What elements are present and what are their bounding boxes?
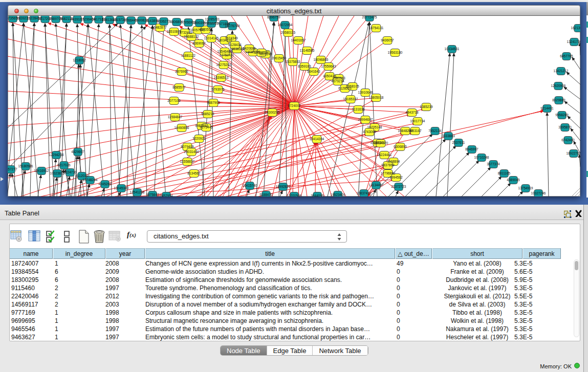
svg-text:4743069: 4743069: [363, 130, 376, 134]
svg-text:13134457: 13134457: [369, 183, 384, 187]
svg-text:6482877: 6482877: [154, 26, 167, 29]
svg-text:17751421: 17751421: [220, 53, 234, 57]
svg-text:16072954: 16072954: [278, 23, 293, 27]
svg-text:8811165: 8811165: [498, 171, 511, 175]
svg-text:14460856: 14460856: [175, 126, 189, 129]
svg-text:18992829: 18992829: [276, 185, 291, 188]
svg-text:6742460: 6742460: [561, 138, 575, 142]
svg-text:20615450: 20615450: [272, 56, 287, 60]
svg-text:16213925: 16213925: [571, 26, 580, 30]
svg-text:12541238: 12541238: [130, 190, 145, 194]
svg-text:20772475: 20772475: [362, 16, 377, 19]
svg-text:8336273: 8336273: [157, 19, 170, 23]
svg-text:13910648: 13910648: [358, 91, 373, 94]
svg-text:8369062: 8369062: [192, 41, 206, 45]
svg-text:17559643: 17559643: [321, 64, 336, 68]
svg-text:19563180: 19563180: [388, 51, 403, 54]
svg-text:6994562: 6994562: [389, 176, 403, 179]
svg-text:16415740: 16415740: [243, 184, 257, 187]
svg-text:9837869: 9837869: [381, 163, 395, 167]
svg-text:8685577: 8685577: [172, 85, 186, 89]
svg-text:19098556: 19098556: [254, 51, 269, 54]
svg-text:2537611: 2537611: [452, 141, 465, 144]
svg-text:6368105: 6368105: [346, 84, 359, 88]
svg-text:10837430: 10837430: [357, 191, 372, 195]
svg-text:4389045: 4389045: [507, 178, 520, 182]
svg-text:15165337: 15165337: [343, 97, 358, 101]
svg-text:4112034: 4112034: [76, 174, 89, 178]
svg-text:3220921: 3220921: [192, 137, 206, 140]
svg-text:9958289: 9958289: [555, 113, 569, 117]
svg-text:11558837: 11558837: [180, 160, 195, 163]
svg-text:18754131: 18754131: [369, 26, 384, 30]
svg-text:6357277: 6357277: [8, 167, 17, 171]
svg-text:3644095: 3644095: [311, 194, 324, 196]
svg-text:3131636: 3131636: [352, 107, 365, 111]
svg-text:6217026: 6217026: [57, 163, 71, 167]
svg-text:6457765: 6457765: [560, 54, 573, 58]
svg-text:6306893: 6306893: [394, 145, 407, 148]
svg-text:18034970: 18034970: [374, 141, 388, 145]
svg-text:9275445: 9275445: [200, 125, 213, 129]
svg-text:19523409: 19523409: [331, 193, 345, 196]
svg-text:10334531: 10334531: [445, 47, 460, 51]
svg-text:2876966: 2876966: [175, 70, 188, 73]
svg-text:5188470: 5188470: [259, 193, 273, 196]
svg-text:18922760: 18922760: [567, 151, 580, 155]
svg-text:3677374: 3677374: [487, 162, 500, 166]
svg-text:18096865: 18096865: [314, 58, 329, 61]
svg-text:19285201: 19285201: [205, 17, 220, 21]
svg-text:20994697: 20994697: [358, 118, 373, 121]
svg-text:1218062: 1218062: [73, 58, 86, 62]
svg-text:9436057: 9436057: [381, 38, 394, 42]
svg-text:4429607: 4429607: [71, 150, 84, 154]
svg-text:2457954: 2457954: [160, 194, 173, 196]
svg-text:8646997: 8646997: [465, 147, 478, 151]
svg-text:7452134: 7452134: [428, 129, 442, 133]
svg-text:16705148: 16705148: [367, 125, 382, 129]
svg-text:6420686: 6420686: [243, 47, 256, 50]
svg-text:13748244: 13748244: [83, 178, 98, 182]
svg-text:8134562: 8134562: [187, 171, 201, 175]
svg-text:8079409: 8079409: [181, 145, 194, 148]
svg-text:17796882: 17796882: [381, 171, 396, 175]
svg-text:3395870: 3395870: [558, 125, 572, 129]
svg-text:12416912: 12416912: [34, 169, 49, 172]
svg-text:1385239: 1385239: [420, 105, 433, 108]
svg-text:6128434: 6128434: [228, 43, 242, 47]
svg-text:15180586: 15180586: [18, 164, 33, 168]
svg-text:19688132: 19688132: [184, 35, 199, 38]
svg-text:10710248: 10710248: [474, 156, 489, 159]
svg-text:11881122: 11881122: [181, 54, 195, 57]
svg-text:14275203: 14275203: [216, 63, 231, 67]
svg-text:4570554: 4570554: [199, 28, 212, 31]
svg-text:13421212: 13421212: [554, 69, 569, 73]
svg-text:14401657: 14401657: [291, 38, 306, 42]
svg-text:7674349: 7674349: [225, 36, 238, 40]
svg-text:8359183: 8359183: [298, 64, 311, 68]
svg-text:11014145: 11014145: [204, 36, 219, 40]
svg-text:9887903: 9887903: [207, 101, 220, 104]
svg-text:13701506: 13701506: [287, 194, 302, 196]
svg-text:20580115: 20580115: [281, 31, 296, 34]
svg-text:12920906: 12920906: [551, 84, 566, 87]
svg-text:20372723: 20372723: [391, 185, 406, 188]
svg-text:3333883: 3333883: [442, 134, 455, 138]
svg-text:11584847: 11584847: [168, 115, 183, 119]
svg-text:16224441: 16224441: [377, 153, 392, 157]
svg-text:13754919: 13754919: [518, 186, 533, 190]
svg-text:8029889: 8029889: [552, 98, 565, 102]
svg-text:10327246: 10327246: [531, 191, 546, 195]
svg-text:10323815: 10323815: [50, 171, 65, 175]
svg-text:12294238: 12294238: [49, 153, 64, 157]
svg-text:19017734: 19017734: [410, 119, 425, 123]
svg-text:9875847: 9875847: [146, 193, 159, 196]
svg-text:13241736: 13241736: [567, 40, 580, 43]
svg-text:13045349: 13045349: [114, 186, 129, 190]
svg-text:1108894: 1108894: [387, 160, 400, 163]
svg-text:12414394: 12414394: [310, 137, 324, 141]
svg-text:4679214: 4679214: [331, 79, 344, 83]
svg-text:20031404: 20031404: [184, 150, 199, 154]
svg-text:5685216: 5685216: [201, 112, 214, 116]
svg-text:8224730: 8224730: [63, 170, 77, 174]
